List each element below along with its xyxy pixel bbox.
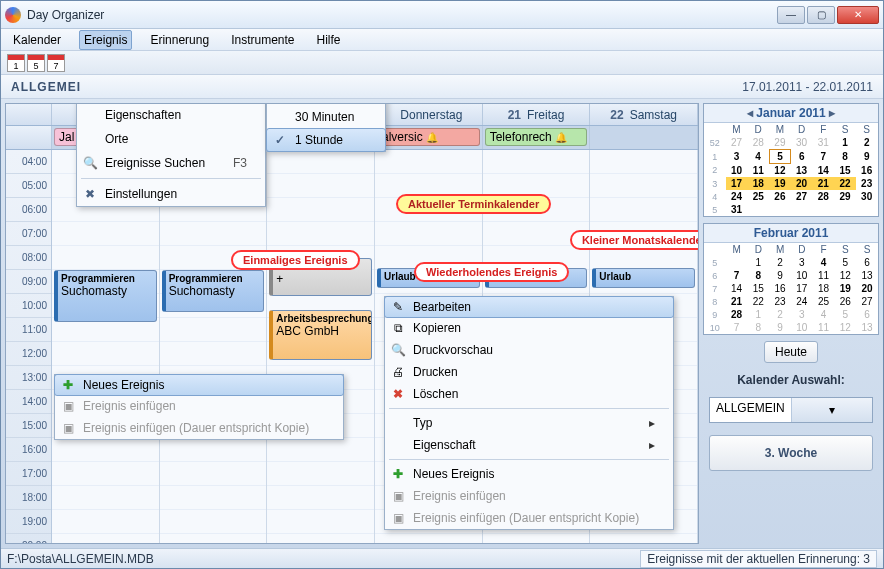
menu-instrumente[interactable]: Instrumente	[227, 31, 298, 49]
allday-event[interactable]: alversic🔔	[377, 128, 480, 146]
day-header[interactable]: 21Freitag	[483, 104, 591, 125]
mini-cal-day[interactable]: 23	[856, 177, 878, 190]
takt-option[interactable]: 30 Minuten	[267, 105, 385, 129]
mini-cal-day[interactable]: 7	[812, 150, 834, 164]
mini-cal-day[interactable]: 4	[813, 256, 835, 269]
mini-cal-title[interactable]: Januar 2011	[704, 104, 878, 123]
day-column[interactable]: ProgrammierenSuchomasty	[52, 150, 160, 543]
mini-cal-day[interactable]: 13	[856, 321, 878, 334]
maximize-button[interactable]: ▢	[807, 6, 835, 24]
mini-cal-day[interactable]: 30	[791, 136, 813, 150]
mini-cal-day[interactable]: 10	[791, 321, 813, 334]
day-header[interactable]: 22Samstag	[590, 104, 698, 125]
menu-einstellungen[interactable]: ✖Einstellungen	[77, 182, 265, 206]
mini-cal-day[interactable]: 6	[856, 308, 878, 321]
mini-cal-day[interactable]: 14	[812, 164, 834, 178]
mini-cal-day[interactable]: 4	[813, 308, 835, 321]
mini-cal-day[interactable]: 30	[856, 190, 878, 203]
mini-cal-day[interactable]: 25	[747, 190, 769, 203]
mini-cal-day[interactable]	[834, 203, 856, 216]
view-day-button[interactable]: 1	[7, 54, 25, 72]
mini-cal-day[interactable]: 31	[726, 203, 748, 216]
mini-cal-day[interactable]: 29	[834, 190, 856, 203]
mini-cal-day[interactable]: 27	[726, 136, 748, 150]
mini-cal-day[interactable]: 24	[726, 190, 748, 203]
menu-suchen[interactable]: 🔍Ereignisse SuchenF3	[77, 151, 265, 175]
mini-cal-day[interactable]: 18	[813, 282, 835, 295]
mini-cal-day[interactable]	[791, 203, 813, 216]
menu-hilfe[interactable]: Hilfe	[313, 31, 345, 49]
mini-cal-day[interactable]: 8	[748, 269, 770, 282]
mini-cal-day[interactable]: 1	[748, 256, 770, 269]
ctx-type[interactable]: Typ▸	[385, 412, 673, 434]
ctx-delete[interactable]: ✖Löschen	[385, 383, 673, 405]
view-workweek-button[interactable]: 5	[27, 54, 45, 72]
mini-cal-day[interactable]: 13	[856, 269, 878, 282]
menu-erinnerung[interactable]: Erinnerung	[146, 31, 213, 49]
mini-cal-day[interactable]: 27	[791, 190, 813, 203]
menu-kalender[interactable]: Kalender	[9, 31, 65, 49]
mini-cal-day[interactable]: 26	[769, 190, 791, 203]
mini-calendar-feb[interactable]: Februar 2011 MDMDFSS51234566789101112137…	[703, 223, 879, 335]
view-week-button[interactable]: 7	[47, 54, 65, 72]
mini-cal-day[interactable]: 6	[791, 150, 813, 164]
mini-cal-day[interactable]: 31	[812, 136, 834, 150]
mini-calendar-jan[interactable]: Januar 2011 MDMDFSS522728293031121345678…	[703, 103, 879, 217]
ctx-preview[interactable]: 🔍Druckvorschau	[385, 339, 673, 361]
mini-cal-day[interactable]: 16	[769, 282, 791, 295]
mini-cal-day[interactable]: 5	[835, 308, 857, 321]
mini-cal-day[interactable]: 3	[726, 150, 748, 164]
mini-cal-day[interactable]: 13	[791, 164, 813, 178]
ctx-paste-event[interactable]: ▣Ereignis einfügen	[55, 395, 343, 417]
mini-cal-day[interactable]: 9	[769, 269, 791, 282]
close-button[interactable]: ✕	[837, 6, 879, 24]
mini-cal-day[interactable]: 23	[769, 295, 791, 308]
day-column[interactable]: ProgrammierenSuchomasty	[160, 150, 268, 543]
mini-cal-day[interactable]	[769, 203, 791, 216]
mini-cal-day[interactable]	[726, 256, 748, 269]
mini-cal-day[interactable]: 21	[726, 295, 748, 308]
calendar-select[interactable]: ALLGEMEIN▾	[709, 397, 873, 423]
mini-cal-day[interactable]: 12	[769, 164, 791, 178]
mini-cal-day[interactable]: 1	[834, 136, 856, 150]
mini-cal-day[interactable]: 19	[835, 282, 857, 295]
ctx-paste-event-duration[interactable]: ▣Ereignis einfügen (Dauer entspricht Kop…	[385, 507, 673, 529]
ctx-property[interactable]: Eigenschaft▸	[385, 434, 673, 456]
mini-cal-day[interactable]: 7	[726, 269, 748, 282]
mini-cal-day[interactable]: 26	[835, 295, 857, 308]
mini-cal-day[interactable]: 8	[834, 150, 856, 164]
mini-cal-day[interactable]: 5	[769, 150, 791, 164]
mini-cal-day[interactable]: 11	[813, 269, 835, 282]
mini-cal-day[interactable]: 10	[726, 164, 748, 178]
mini-cal-day[interactable]: 29	[769, 136, 791, 150]
event-block[interactable]: Urlaub	[592, 268, 695, 288]
ctx-paste-event-duration[interactable]: ▣Ereignis einfügen (Dauer entspricht Kop…	[55, 417, 343, 439]
event-block[interactable]: ProgrammierenSuchomasty	[54, 270, 157, 322]
mini-cal-day[interactable]: 4	[747, 150, 769, 164]
mini-cal-day[interactable]: 25	[813, 295, 835, 308]
mini-cal-day[interactable]: 9	[769, 321, 791, 334]
mini-cal-day[interactable]	[856, 203, 878, 216]
mini-cal-day[interactable]: 3	[791, 308, 813, 321]
mini-cal-day[interactable]: 12	[835, 321, 857, 334]
week-button[interactable]: 3. Woche	[709, 435, 873, 471]
day-header[interactable]: Donnerstag	[375, 104, 483, 125]
ctx-new-event[interactable]: ✚Neues Ereignis	[385, 463, 673, 485]
mini-cal-day[interactable]: 15	[748, 282, 770, 295]
menu-eigenschaften[interactable]: Eigenschaften	[77, 103, 265, 127]
mini-cal-day[interactable]	[812, 203, 834, 216]
ctx-print[interactable]: 🖨Drucken	[385, 361, 673, 383]
takt-option[interactable]: ✓1 Stunde	[266, 128, 386, 152]
mini-cal-day[interactable]: 8	[748, 321, 770, 334]
mini-cal-day[interactable]: 28	[812, 190, 834, 203]
event-block[interactable]: ArbeitsbesprechungABC GmbH	[269, 310, 372, 360]
mini-cal-day[interactable]: 6	[856, 256, 878, 269]
mini-cal-day[interactable]: 3	[791, 256, 813, 269]
mini-cal-day[interactable]: 7	[726, 321, 748, 334]
mini-cal-day[interactable]: 22	[748, 295, 770, 308]
ctx-new-event[interactable]: ✚Neues Ereignis	[54, 374, 344, 396]
mini-cal-day[interactable]: 5	[835, 256, 857, 269]
today-button[interactable]: Heute	[764, 341, 818, 363]
mini-cal-day[interactable]: 24	[791, 295, 813, 308]
mini-cal-day[interactable]: 21	[812, 177, 834, 190]
